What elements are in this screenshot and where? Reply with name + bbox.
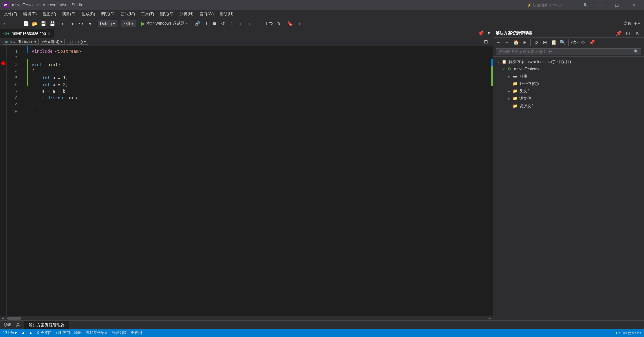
toolbar-saveall-btn[interactable]: 💾 (48, 20, 56, 28)
h-scroll-right-btn[interactable]: ► (29, 331, 33, 335)
status-immediate[interactable]: 即时窗口 (56, 330, 70, 335)
se-scope-btn[interactable]: ⊙ (579, 38, 587, 46)
toolbar-hex-btn[interactable]: HEX (266, 20, 274, 28)
user-info[interactable]: 嘉俊 任 ▾ (624, 21, 643, 26)
se-home-btn[interactable]: 🏠 (512, 38, 520, 46)
quick-launch-input[interactable] (533, 3, 582, 7)
method-dropdown-arrow-icon: ▾ (84, 40, 86, 44)
se-pin2-btn[interactable]: 📌 (588, 38, 596, 46)
line-num-1: 1 (7, 48, 20, 55)
toolbar-stop-btn[interactable]: ⏹ (210, 20, 218, 28)
menu-window[interactable]: 窗口(W) (197, 11, 216, 18)
toolbar-show-next-btn[interactable]: → (254, 20, 262, 28)
se-collapse-btn[interactable]: ⊟ (541, 38, 549, 46)
panel-pin-btn[interactable]: 📌 (614, 29, 623, 37)
platform-dropdown[interactable]: x86 ▾ (121, 20, 136, 27)
se-code-btn[interactable]: </> (570, 38, 578, 46)
editor-collapse-btn[interactable]: ▾ (485, 29, 493, 37)
se-refresh-btn[interactable]: ⊞ (521, 38, 529, 46)
se-properties-btn[interactable]: 📋 (550, 38, 558, 46)
toolbar-forward-btn[interactable]: → (10, 20, 18, 28)
h-scroll[interactable]: ◄ ► (0, 316, 493, 320)
toolbar-back-btn[interactable]: ← (1, 20, 9, 28)
restore-button[interactable]: □ (609, 0, 625, 10)
panel-close-btn[interactable]: ✕ (633, 29, 641, 37)
method-dropdown[interactable]: ⊙ main() ▾ (66, 39, 88, 45)
toolbar-undo-arrow-btn[interactable]: ▾ (68, 20, 76, 28)
tree-headers[interactable]: ▸ 📁 头文件 (493, 87, 644, 95)
status-classview[interactable]: 类视图 (131, 330, 142, 335)
code-line-9: } (28, 102, 488, 108)
status-output[interactable]: 输出 (74, 330, 82, 335)
code-editor[interactable]: #include <iostream> ⊟int main() { int a … (28, 46, 488, 316)
menu-build[interactable]: 生成(B) (79, 11, 98, 18)
toolbar-bookmark-btn[interactable]: 🔖 (286, 20, 294, 28)
toolbar-redo-arrow-btn[interactable]: ▾ (86, 20, 94, 28)
debug-mode-dropdown[interactable]: Debug ▾ (98, 20, 117, 27)
h-scroll-thumb[interactable] (7, 317, 21, 320)
tree-project[interactable]: ▾ ⚙ msvmTestcase (493, 65, 644, 73)
class-dropdown[interactable]: ⊞ msvmTestcase ▾ (3, 39, 39, 45)
solution-explorer-panel: 解决方案资源管理器 📌 ⊟ ✕ ← → 🏠 ⊞ ↺ ⊟ 📋 🔍 </> ⊙ 📌 (493, 29, 644, 320)
h-scroll-left-btn[interactable]: ◄ (21, 331, 25, 335)
toolbar-redo-btn[interactable]: ↪ (77, 20, 85, 28)
toolbar-pause-btn[interactable]: ⏸ (202, 20, 210, 28)
se-forward-btn[interactable]: → (503, 38, 511, 46)
solution-label: 解决方案'msvmTestcase'(1 个项目) (508, 59, 571, 65)
scope-dropdown[interactable]: (全局范围) ▾ (40, 39, 65, 45)
menu-tools[interactable]: 工具(T) (138, 11, 157, 18)
se-sync-btn[interactable]: ↺ (532, 38, 540, 46)
menu-edit[interactable]: 编辑(E) (20, 11, 39, 18)
toolbar-step-into-btn[interactable]: ↓ (236, 20, 245, 28)
headers-arrow-icon: ▸ (506, 89, 512, 93)
close-button[interactable]: ✕ (626, 0, 641, 10)
status-console[interactable]: 命令窗口 (37, 330, 52, 335)
toolbar-breakpoints-btn[interactable]: ⊙ (274, 20, 282, 28)
toolbar-step-over-btn[interactable]: ⤵ (228, 20, 236, 28)
status-errors[interactable]: 错误列表 (112, 330, 127, 335)
panel-dock-btn[interactable]: ⊟ (624, 29, 632, 37)
run-button[interactable]: ▶ 本地 Windows 调试器 ▾ (140, 20, 189, 27)
tree-source[interactable]: ▸ 📁 源文件 (493, 95, 644, 102)
menu-view[interactable]: 视图(V) (40, 11, 59, 18)
solution-search-input[interactable] (498, 49, 634, 54)
tab-solution-explorer[interactable]: 解决方案资源管理器 (24, 321, 69, 329)
toolbar-save-btn[interactable]: 💾 (39, 20, 47, 28)
menu-analyze[interactable]: 分析(N) (177, 11, 196, 18)
tab-main-cpp[interactable]: C++ msvmTestcase.cpp ✕ (0, 29, 54, 38)
menu-help[interactable]: 帮助(H) (217, 11, 236, 18)
menu-file[interactable]: 文件(F) (1, 11, 20, 18)
tab-pin-btn[interactable]: 📌 (477, 29, 485, 37)
editor-split-btn[interactable]: ⊟ (482, 38, 490, 46)
toolbar-nav-btn[interactable]: ⤷ (295, 20, 303, 28)
toolbar-sep-2 (58, 20, 58, 27)
breakpoint-indicator[interactable] (1, 61, 5, 65)
tree-resources[interactable]: 📁 资源文件 (493, 102, 644, 110)
gutter-breakpoints (0, 46, 7, 316)
menu-test[interactable]: 测试(S) (157, 11, 176, 18)
toolbar-restart-btn[interactable]: ↺ (219, 20, 227, 28)
tab-close-icon[interactable]: ✕ (48, 32, 51, 36)
se-filter-btn[interactable]: 🔍 (558, 38, 567, 46)
toolbar-undo-btn[interactable]: ↩ (60, 20, 68, 28)
zoom-control[interactable]: 131 % ▾ (3, 331, 17, 335)
menu-bar: 文件(F) 编辑(E) 视图(V) 项目(P) 生成(B) 调试(D) 团队(M… (0, 10, 644, 18)
tree-solution[interactable]: ▸ 📋 解决方案'msvmTestcase'(1 个项目) (493, 58, 644, 65)
menu-project[interactable]: 项目(P) (59, 11, 78, 18)
menu-team[interactable]: 团队(M) (118, 11, 138, 18)
tree-external-deps[interactable]: 📁 外部依赖项 (493, 80, 644, 87)
headers-icon: 📁 (512, 88, 518, 94)
se-back-btn[interactable]: ← (494, 38, 502, 46)
status-find[interactable]: 查找符号结果 (86, 330, 108, 335)
quick-launch-box[interactable]: ⚡ 🔍 (524, 2, 591, 8)
toolbar-step-out-btn[interactable]: ↑ (245, 20, 253, 28)
tab-diag-tools[interactable]: 诊断工具 (0, 321, 24, 329)
minimize-button[interactable]: ─ (592, 0, 608, 10)
menu-debug[interactable]: 调试(D) (98, 11, 117, 18)
toolbar-open-btn[interactable]: 📂 (31, 20, 39, 28)
right-panel-toolbar: ← → 🏠 ⊞ ↺ ⊟ 📋 🔍 </> ⊙ 📌 (493, 38, 644, 47)
panel-header-buttons: 📌 ⊟ ✕ (614, 29, 641, 37)
toolbar-new-btn[interactable]: 📄 (22, 20, 30, 28)
toolbar-attach-btn[interactable]: 🔗 (193, 20, 201, 28)
tree-references[interactable]: ▸ ■■ 引用 (493, 73, 644, 80)
